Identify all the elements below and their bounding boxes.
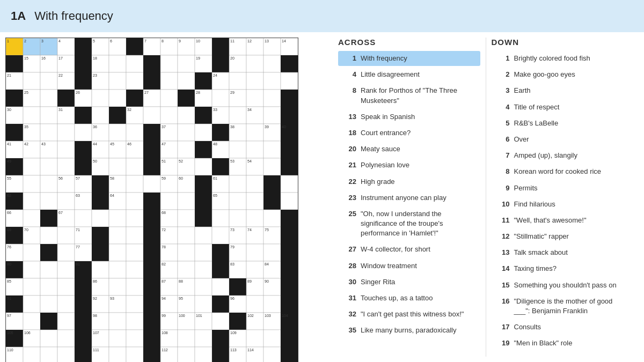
clue-description: W-4 collector, for short [361,245,430,254]
clue-number: 28 [341,261,356,270]
clue-number: 10 [495,200,510,208]
across-clue-1[interactable]: 1With frequency [338,51,480,66]
across-clue-32[interactable]: 32"I can't get past this witness box!" [338,307,480,322]
clue-description: Rank for Porthos of "The Three Musketeer… [361,86,477,105]
across-clue-35[interactable]: 35Like many burns, paradoxically [338,323,480,338]
clue-description: Taxing times? [514,264,557,274]
across-clue-30[interactable]: 30Singer Rita [338,275,480,290]
clue-description: "Men in Black" role [514,338,573,348]
across-list: 1With frequency4Little disagreement8Rank… [338,51,480,338]
across-title: ACROSS [338,32,480,51]
clue-description: Polynesian love [361,160,409,170]
across-clue-28[interactable]: 28Window treatment [338,258,480,274]
clue-number: 12 [495,232,510,240]
active-clue-text: With frequency [34,9,113,23]
clue-description: Brightly colored food fish [514,54,590,63]
clue-number: 5 [495,119,510,127]
down-title: DOWN [492,32,634,51]
clue-number: 8 [341,86,356,94]
down-panel: DOWN 1Brightly colored food fish2Make go… [486,32,639,362]
clue-number: 27 [341,245,356,253]
clue-number: 14 [495,264,510,272]
clue-number: 4 [495,102,510,111]
down-clue-9[interactable]: 9Permits [492,181,634,196]
across-clue-8[interactable]: 8Rank for Porthos of "The Three Musketee… [338,83,480,108]
clue-number: 9 [495,183,510,192]
clue-number: 13 [341,112,356,121]
down-clue-5[interactable]: 5R&B's LaBelle [492,116,634,131]
down-clue-1[interactable]: 1Brightly colored food fish [492,51,634,66]
crossword-grid[interactable] [5,38,298,362]
across-panel: ACROSS 1With frequency4Little disagreeme… [333,32,486,362]
down-clue-12[interactable]: 12"Stillmatic" rapper [492,229,634,244]
clue-description: Korean word for cooked rice [514,167,602,176]
down-clue-10[interactable]: 10Find hilarious [492,197,634,212]
clue-description: High grade [361,177,395,187]
main-area: ACROSS 1With frequency4Little disagreeme… [0,32,644,362]
across-clue-23[interactable]: 23Instrument anyone can play [338,190,480,205]
down-clue-3[interactable]: 3Earth [492,83,634,98]
header: 1A With frequency [0,0,644,32]
clues-container: ACROSS 1With frequency4Little disagreeme… [327,32,644,362]
clue-description: Window treatment [361,261,417,271]
clue-number: 25 [341,209,356,218]
across-clue-31[interactable]: 31Touches up, as a tattoo [338,291,480,306]
down-clue-6[interactable]: 6Over [492,132,634,147]
across-clue-25[interactable]: 25"Oh, now I understand the significance… [338,206,480,241]
down-clue-8[interactable]: 8Korean word for cooked rice [492,164,634,179]
across-clue-4[interactable]: 4Little disagreement [338,67,480,82]
clue-number: 16 [495,297,510,305]
clue-number: 18 [341,128,356,137]
clue-description: Something you shouldn't pass on [514,280,617,290]
clue-number: 2 [495,70,510,78]
clue-description: Title of respect [514,102,560,112]
clue-number: 32 [341,309,356,318]
down-list: 1Brightly colored food fish2Make goo-goo… [492,51,634,351]
clue-description: Singer Rita [361,277,395,287]
down-clue-13[interactable]: 13Talk smack about [492,245,634,260]
clue-description: R&B's LaBelle [514,119,559,128]
down-clue-16[interactable]: 16"Diligence is the mother of good ___":… [492,294,634,319]
down-clue-4[interactable]: 4Title of respect [492,100,634,115]
clue-number: 1 [341,54,356,62]
clue-number: 13 [495,248,510,256]
clue-description: "Oh, now I understand the significance o… [361,209,477,239]
down-clue-7[interactable]: 7Amped (up), slangily [492,148,634,163]
across-clue-20[interactable]: 20Meaty sauce [338,142,480,157]
down-clue-14[interactable]: 14Taxing times? [492,261,634,276]
clue-number: 21 [341,160,356,169]
active-clue-number: 1A [11,9,26,23]
clue-number: 35 [341,326,356,334]
clue-description: Find hilarious [514,200,555,209]
clue-number: 31 [341,293,356,302]
down-clue-2[interactable]: 2Make goo-goo eyes [492,67,634,82]
clue-number: 7 [495,151,510,159]
clue-description: Touches up, as a tattoo [361,293,433,303]
clue-description: Speak in Spanish [361,112,415,122]
clue-number: 3 [495,86,510,94]
clue-description: Amped (up), slangily [514,151,578,160]
clue-description: Over [514,135,529,144]
clue-description: Permits [514,183,538,193]
clue-description: Make goo-goo eyes [514,70,575,79]
clue-number: 23 [341,193,356,202]
crossword-grid-container [0,32,327,362]
down-clue-11[interactable]: 11"Well, that's awesome!" [492,213,634,228]
down-clue-19[interactable]: 19"Men in Black" role [492,336,634,351]
clue-description: Like many burns, paradoxically [361,326,456,335]
clue-description: "I can't get past this witness box!" [361,309,464,319]
clue-description: Instrument anyone can play [361,193,447,203]
clue-number: 20 [341,144,356,153]
across-clue-22[interactable]: 22High grade [338,174,480,189]
across-clue-13[interactable]: 13Speak in Spanish [338,109,480,124]
clue-description: "Well, that's awesome!" [514,216,587,225]
clue-description: "Diligence is the mother of good ___": B… [514,297,631,316]
across-clue-27[interactable]: 27W-4 collector, for short [338,242,480,257]
across-clue-21[interactable]: 21Polynesian love [338,158,480,173]
down-clue-17[interactable]: 17Consults [492,320,634,335]
clue-description: "Stillmatic" rapper [514,232,569,241]
clue-description: Talk smack about [514,248,568,257]
across-clue-18[interactable]: 18Court entrance? [338,125,480,141]
down-clue-15[interactable]: 15Something you shouldn't pass on [492,278,634,293]
clue-number: 15 [495,280,510,289]
